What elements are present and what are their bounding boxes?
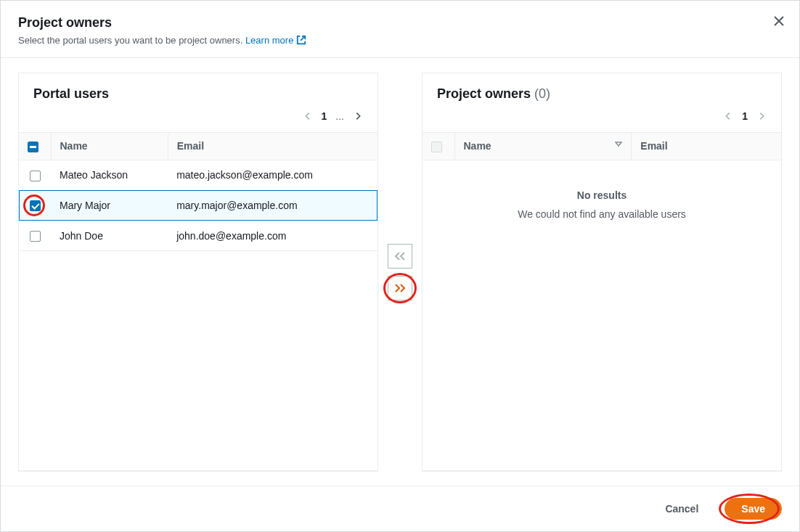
- dialog-subtitle: Select the portal users you want to be p…: [18, 35, 782, 46]
- save-button[interactable]: Save: [725, 498, 782, 520]
- sort-icon: [615, 140, 622, 147]
- portal-users-table: Name Email Mateo Jackson mateo.jackson@e…: [19, 132, 377, 251]
- project-owners-table: Name Email: [423, 132, 781, 160]
- cell-email: mateo.jackson@example.com: [168, 160, 377, 190]
- move-right-button[interactable]: [388, 276, 412, 300]
- project-owners-dialog: Project owners Select the portal users y…: [0, 0, 800, 532]
- move-left-button[interactable]: [388, 244, 412, 269]
- next-page-button[interactable]: [353, 111, 363, 121]
- column-header-email[interactable]: Email: [632, 133, 781, 160]
- project-owners-pagination: 1: [423, 102, 781, 132]
- row-checkbox[interactable]: [30, 231, 41, 242]
- cell-name: Mateo Jackson: [51, 160, 168, 190]
- external-link-icon: [296, 35, 306, 45]
- portal-users-title: Portal users: [33, 86, 363, 102]
- empty-title: No results: [577, 189, 626, 201]
- table-row[interactable]: Mary Major mary.major@example.com: [19, 190, 377, 221]
- prev-page-button[interactable]: [723, 111, 733, 121]
- learn-more-link[interactable]: Learn more: [245, 35, 306, 46]
- cancel-button[interactable]: Cancel: [650, 499, 713, 519]
- column-header-name[interactable]: Name: [454, 133, 632, 160]
- next-page-button[interactable]: [756, 111, 767, 121]
- table-row[interactable]: John Doe john.doe@example.com: [19, 221, 377, 251]
- row-checkbox[interactable]: [30, 171, 41, 181]
- project-owners-panel: Project owners (0) 1 Name Email No res: [422, 73, 782, 471]
- portal-users-pagination: 1 ...: [19, 102, 377, 132]
- page-number[interactable]: 1: [322, 110, 327, 122]
- select-all-checkbox: [431, 142, 442, 152]
- cell-email: john.doe@example.com: [168, 221, 377, 251]
- column-header-name[interactable]: Name: [51, 133, 168, 160]
- chevron-double-left-icon: [393, 251, 407, 261]
- close-button[interactable]: [773, 15, 785, 27]
- chevron-double-right-icon: [393, 283, 407, 293]
- dialog-footer: Cancel Save: [1, 486, 799, 531]
- empty-subtitle: We could not find any available users: [518, 208, 686, 220]
- dialog-header: Project owners Select the portal users y…: [1, 1, 799, 58]
- dialog-title: Project owners: [18, 15, 782, 30]
- page-ellipsis: ...: [335, 110, 344, 122]
- owners-count: (0): [534, 86, 550, 101]
- cell-email: mary.major@example.com: [168, 190, 377, 221]
- transfer-controls: [378, 73, 422, 471]
- row-checkbox[interactable]: [30, 200, 41, 211]
- project-owners-title: Project owners (0): [437, 86, 767, 102]
- page-number[interactable]: 1: [742, 110, 748, 122]
- select-all-checkbox[interactable]: [28, 142, 38, 152]
- dialog-body: Portal users 1 ... Name Email: [1, 58, 799, 486]
- cell-name: John Doe: [51, 221, 168, 251]
- empty-state: No results We could not find any availab…: [423, 160, 781, 470]
- portal-users-panel: Portal users 1 ... Name Email: [18, 73, 378, 471]
- prev-page-button[interactable]: [303, 111, 313, 121]
- table-row[interactable]: Mateo Jackson mateo.jackson@example.com: [19, 160, 377, 190]
- cell-name: Mary Major: [51, 190, 168, 221]
- column-header-email[interactable]: Email: [168, 133, 377, 160]
